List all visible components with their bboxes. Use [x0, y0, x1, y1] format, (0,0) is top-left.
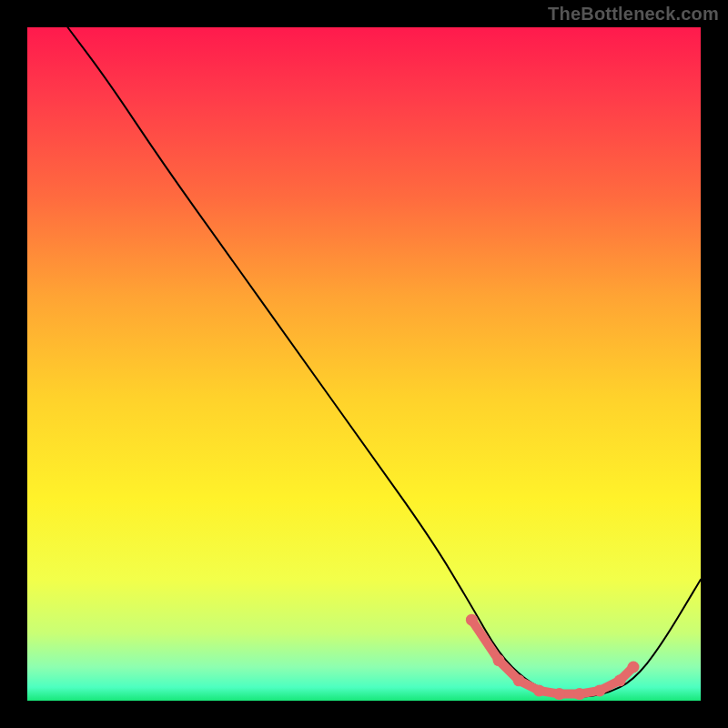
optimal-range-dot: [533, 684, 545, 696]
bottleneck-chart: [0, 0, 728, 728]
optimal-range-dot: [573, 688, 585, 700]
optimal-range-dot: [553, 688, 565, 700]
optimal-range-dot: [466, 614, 478, 626]
optimal-range-dot: [513, 674, 525, 686]
optimal-range-dot: [594, 684, 606, 696]
chart-stage: TheBottleneck.com: [0, 0, 728, 728]
plot-background: [27, 27, 701, 701]
optimal-range-dot: [614, 674, 626, 686]
watermark-text: TheBottleneck.com: [548, 4, 719, 25]
optimal-range-dot: [628, 662, 640, 673]
optimal-range-dot: [493, 654, 505, 666]
